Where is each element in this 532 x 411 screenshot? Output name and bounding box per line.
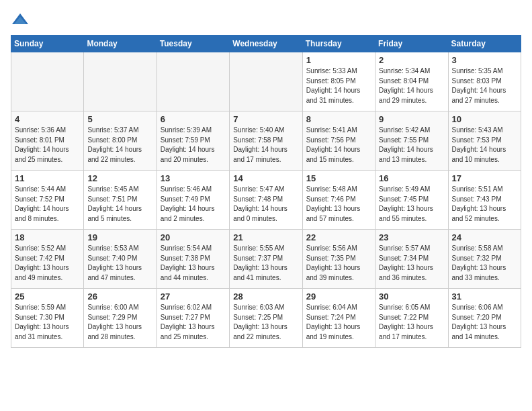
- day-number: 31: [452, 291, 517, 302]
- day-number: 12: [87, 173, 152, 183]
- calendar-cell: 8Sunrise: 5:41 AM Sunset: 7:56 PM Daylig…: [302, 111, 375, 171]
- calendar-cell: 9Sunrise: 5:42 AM Sunset: 7:55 PM Daylig…: [375, 111, 448, 171]
- day-info: Sunrise: 5:43 AM Sunset: 7:53 PM Dayligh…: [452, 126, 517, 165]
- day-number: 22: [306, 232, 371, 242]
- calendar-cell: 2Sunrise: 5:34 AM Sunset: 8:04 PM Daylig…: [375, 52, 448, 111]
- day-header-saturday: Saturday: [448, 36, 521, 52]
- day-number: 20: [161, 232, 226, 242]
- day-number: 1: [306, 55, 371, 65]
- calendar-cell: 11Sunrise: 5:44 AM Sunset: 7:52 PM Dayli…: [11, 171, 84, 230]
- calendar-cell: 15Sunrise: 5:48 AM Sunset: 7:46 PM Dayli…: [302, 171, 375, 230]
- calendar-cell: 12Sunrise: 5:45 AM Sunset: 7:51 PM Dayli…: [84, 171, 157, 230]
- calendar-cell: 6Sunrise: 5:39 AM Sunset: 7:59 PM Daylig…: [157, 111, 229, 171]
- day-header-tuesday: Tuesday: [157, 36, 229, 52]
- day-number: 5: [87, 114, 152, 124]
- day-info: Sunrise: 5:57 AM Sunset: 7:34 PM Dayligh…: [379, 244, 444, 283]
- day-number: 8: [306, 114, 371, 124]
- day-number: 9: [379, 114, 444, 124]
- calendar-cell: [11, 52, 84, 111]
- calendar-week-row: 1Sunrise: 5:33 AM Sunset: 8:05 PM Daylig…: [11, 52, 521, 111]
- calendar-cell: 29Sunrise: 6:04 AM Sunset: 7:24 PM Dayli…: [302, 289, 375, 348]
- day-info: Sunrise: 5:54 AM Sunset: 7:38 PM Dayligh…: [161, 244, 226, 283]
- calendar-cell: 3Sunrise: 5:35 AM Sunset: 8:03 PM Daylig…: [448, 52, 521, 111]
- calendar-cell: 7Sunrise: 5:40 AM Sunset: 7:58 PM Daylig…: [230, 111, 302, 171]
- calendar-cell: [84, 52, 157, 111]
- day-number: 17: [452, 173, 517, 183]
- calendar-cell: 1Sunrise: 5:33 AM Sunset: 8:05 PM Daylig…: [302, 52, 375, 111]
- day-info: Sunrise: 6:02 AM Sunset: 7:27 PM Dayligh…: [161, 303, 226, 342]
- calendar-week-row: 4Sunrise: 5:36 AM Sunset: 8:01 PM Daylig…: [11, 111, 521, 171]
- day-number: 27: [161, 291, 226, 302]
- calendar-cell: 10Sunrise: 5:43 AM Sunset: 7:53 PM Dayli…: [448, 111, 521, 171]
- calendar-cell: 16Sunrise: 5:49 AM Sunset: 7:45 PM Dayli…: [375, 171, 448, 230]
- day-number: 25: [15, 291, 80, 302]
- day-info: Sunrise: 5:33 AM Sunset: 8:05 PM Dayligh…: [306, 66, 371, 105]
- day-info: Sunrise: 5:47 AM Sunset: 7:48 PM Dayligh…: [233, 185, 298, 224]
- calendar-cell: 18Sunrise: 5:52 AM Sunset: 7:42 PM Dayli…: [11, 230, 84, 289]
- day-info: Sunrise: 5:51 AM Sunset: 7:43 PM Dayligh…: [452, 185, 517, 224]
- day-info: Sunrise: 5:49 AM Sunset: 7:45 PM Dayligh…: [379, 185, 444, 224]
- day-number: 26: [87, 291, 152, 302]
- day-info: Sunrise: 5:53 AM Sunset: 7:40 PM Dayligh…: [87, 244, 152, 283]
- day-number: 24: [452, 232, 517, 242]
- calendar-cell: [230, 52, 302, 111]
- day-info: Sunrise: 5:55 AM Sunset: 7:37 PM Dayligh…: [233, 244, 298, 283]
- day-number: 18: [15, 232, 80, 242]
- day-number: 19: [87, 232, 152, 242]
- calendar-cell: 30Sunrise: 6:05 AM Sunset: 7:22 PM Dayli…: [375, 289, 448, 348]
- calendar-cell: 26Sunrise: 6:00 AM Sunset: 7:29 PM Dayli…: [84, 289, 157, 348]
- day-info: Sunrise: 5:45 AM Sunset: 7:51 PM Dayligh…: [87, 185, 152, 224]
- calendar-week-row: 18Sunrise: 5:52 AM Sunset: 7:42 PM Dayli…: [11, 230, 521, 289]
- calendar-cell: [157, 52, 229, 111]
- day-info: Sunrise: 5:52 AM Sunset: 7:42 PM Dayligh…: [15, 244, 80, 283]
- day-info: Sunrise: 6:00 AM Sunset: 7:29 PM Dayligh…: [87, 303, 152, 342]
- day-info: Sunrise: 5:44 AM Sunset: 7:52 PM Dayligh…: [15, 185, 80, 224]
- calendar-week-row: 11Sunrise: 5:44 AM Sunset: 7:52 PM Dayli…: [11, 171, 521, 230]
- day-number: 2: [379, 55, 444, 65]
- day-info: Sunrise: 5:35 AM Sunset: 8:03 PM Dayligh…: [452, 66, 517, 105]
- day-info: Sunrise: 5:58 AM Sunset: 7:32 PM Dayligh…: [452, 244, 517, 283]
- day-info: Sunrise: 6:06 AM Sunset: 7:20 PM Dayligh…: [452, 303, 517, 342]
- calendar-week-row: 25Sunrise: 5:59 AM Sunset: 7:30 PM Dayli…: [11, 289, 521, 348]
- day-number: 15: [306, 173, 371, 183]
- day-number: 11: [15, 173, 80, 183]
- day-number: 6: [161, 114, 226, 124]
- calendar-cell: 23Sunrise: 5:57 AM Sunset: 7:34 PM Dayli…: [375, 230, 448, 289]
- day-number: 21: [233, 232, 298, 242]
- day-info: Sunrise: 5:40 AM Sunset: 7:58 PM Dayligh…: [233, 126, 298, 165]
- calendar-cell: 27Sunrise: 6:02 AM Sunset: 7:27 PM Dayli…: [157, 289, 229, 348]
- calendar-cell: 5Sunrise: 5:37 AM Sunset: 8:00 PM Daylig…: [84, 111, 157, 171]
- logo-icon: [11, 11, 30, 30]
- day-header-friday: Friday: [375, 36, 448, 52]
- calendar-cell: 21Sunrise: 5:55 AM Sunset: 7:37 PM Dayli…: [230, 230, 302, 289]
- day-info: Sunrise: 6:03 AM Sunset: 7:25 PM Dayligh…: [233, 303, 298, 342]
- day-number: 14: [233, 173, 298, 183]
- day-info: Sunrise: 5:42 AM Sunset: 7:55 PM Dayligh…: [379, 126, 444, 165]
- day-info: Sunrise: 5:36 AM Sunset: 8:01 PM Dayligh…: [15, 126, 80, 165]
- day-number: 10: [452, 114, 517, 124]
- day-info: Sunrise: 6:04 AM Sunset: 7:24 PM Dayligh…: [306, 303, 371, 342]
- day-header-wednesday: Wednesday: [230, 36, 302, 52]
- day-info: Sunrise: 5:56 AM Sunset: 7:35 PM Dayligh…: [306, 244, 371, 283]
- calendar-table: SundayMondayTuesdayWednesdayThursdayFrid…: [11, 35, 521, 348]
- day-number: 13: [161, 173, 226, 183]
- calendar-cell: 14Sunrise: 5:47 AM Sunset: 7:48 PM Dayli…: [230, 171, 302, 230]
- calendar-cell: 28Sunrise: 6:03 AM Sunset: 7:25 PM Dayli…: [230, 289, 302, 348]
- calendar-header-row: SundayMondayTuesdayWednesdayThursdayFrid…: [11, 36, 521, 52]
- calendar-cell: 24Sunrise: 5:58 AM Sunset: 7:32 PM Dayli…: [448, 230, 521, 289]
- day-info: Sunrise: 5:34 AM Sunset: 8:04 PM Dayligh…: [379, 66, 444, 105]
- day-info: Sunrise: 6:05 AM Sunset: 7:22 PM Dayligh…: [379, 303, 444, 342]
- day-info: Sunrise: 5:48 AM Sunset: 7:46 PM Dayligh…: [306, 185, 371, 224]
- calendar-cell: 25Sunrise: 5:59 AM Sunset: 7:30 PM Dayli…: [11, 289, 84, 348]
- day-number: 4: [15, 114, 80, 124]
- day-info: Sunrise: 5:46 AM Sunset: 7:49 PM Dayligh…: [161, 185, 226, 224]
- day-header-thursday: Thursday: [302, 36, 375, 52]
- calendar-cell: 17Sunrise: 5:51 AM Sunset: 7:43 PM Dayli…: [448, 171, 521, 230]
- day-number: 29: [306, 291, 371, 302]
- day-number: 23: [379, 232, 444, 242]
- calendar-cell: 19Sunrise: 5:53 AM Sunset: 7:40 PM Dayli…: [84, 230, 157, 289]
- day-number: 3: [452, 55, 517, 65]
- calendar-cell: 20Sunrise: 5:54 AM Sunset: 7:38 PM Dayli…: [157, 230, 229, 289]
- day-info: Sunrise: 5:41 AM Sunset: 7:56 PM Dayligh…: [306, 126, 371, 165]
- calendar-cell: 31Sunrise: 6:06 AM Sunset: 7:20 PM Dayli…: [448, 289, 521, 348]
